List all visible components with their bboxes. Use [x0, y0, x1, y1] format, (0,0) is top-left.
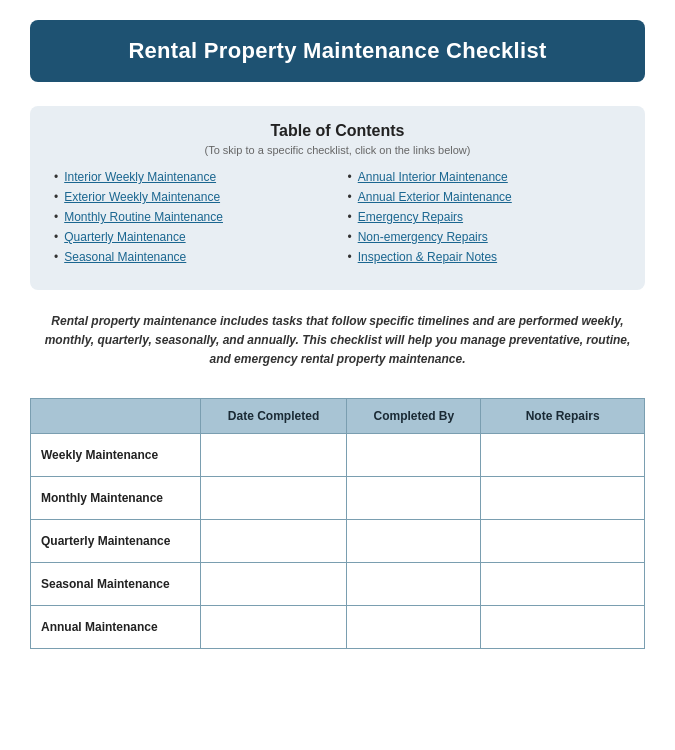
- row-label-weekly: Weekly Maintenance: [31, 433, 201, 476]
- row-by-annual[interactable]: [347, 605, 481, 648]
- maintenance-table: Date Completed Completed By Note Repairs…: [30, 398, 645, 649]
- header-banner: Rental Property Maintenance Checklist: [30, 20, 645, 82]
- table-row: Annual Maintenance: [31, 605, 645, 648]
- row-label-seasonal: Seasonal Maintenance: [31, 562, 201, 605]
- toc-link[interactable]: Seasonal Maintenance: [64, 250, 186, 264]
- toc-link[interactable]: Monthly Routine Maintenance: [64, 210, 223, 224]
- toc-left-column: Interior Weekly Maintenance Exterior Wee…: [54, 170, 328, 270]
- toc-link[interactable]: Non-emergency Repairs: [358, 230, 488, 244]
- toc-item[interactable]: Emergency Repairs: [348, 210, 622, 224]
- row-date-monthly[interactable]: [200, 476, 347, 519]
- row-note-quarterly[interactable]: [481, 519, 645, 562]
- toc-item[interactable]: Quarterly Maintenance: [54, 230, 328, 244]
- row-date-weekly[interactable]: [200, 433, 347, 476]
- table-row: Quarterly Maintenance: [31, 519, 645, 562]
- toc-subtitle: (To skip to a specific checklist, click …: [54, 144, 621, 156]
- row-date-quarterly[interactable]: [200, 519, 347, 562]
- toc-columns: Interior Weekly Maintenance Exterior Wee…: [54, 170, 621, 270]
- col-header-label: [31, 398, 201, 433]
- toc-box: Table of Contents (To skip to a specific…: [30, 106, 645, 290]
- description-text: Rental property maintenance includes tas…: [30, 312, 645, 370]
- row-label-monthly: Monthly Maintenance: [31, 476, 201, 519]
- table-row: Weekly Maintenance: [31, 433, 645, 476]
- toc-link[interactable]: Annual Exterior Maintenance: [358, 190, 512, 204]
- toc-title: Table of Contents: [54, 122, 621, 140]
- toc-link[interactable]: Annual Interior Maintenance: [358, 170, 508, 184]
- row-label-annual: Annual Maintenance: [31, 605, 201, 648]
- row-by-monthly[interactable]: [347, 476, 481, 519]
- table-row: Monthly Maintenance: [31, 476, 645, 519]
- row-by-weekly[interactable]: [347, 433, 481, 476]
- toc-link[interactable]: Quarterly Maintenance: [64, 230, 185, 244]
- row-label-quarterly: Quarterly Maintenance: [31, 519, 201, 562]
- toc-item[interactable]: Non-emergency Repairs: [348, 230, 622, 244]
- toc-item[interactable]: Interior Weekly Maintenance: [54, 170, 328, 184]
- page-title: Rental Property Maintenance Checklist: [60, 38, 615, 64]
- table-header-row: Date Completed Completed By Note Repairs: [31, 398, 645, 433]
- col-header-by: Completed By: [347, 398, 481, 433]
- col-header-date: Date Completed: [200, 398, 347, 433]
- toc-right-column: Annual Interior Maintenance Annual Exter…: [348, 170, 622, 270]
- row-date-seasonal[interactable]: [200, 562, 347, 605]
- row-note-monthly[interactable]: [481, 476, 645, 519]
- row-by-seasonal[interactable]: [347, 562, 481, 605]
- row-note-annual[interactable]: [481, 605, 645, 648]
- col-header-note: Note Repairs: [481, 398, 645, 433]
- toc-item[interactable]: Seasonal Maintenance: [54, 250, 328, 264]
- toc-item[interactable]: Exterior Weekly Maintenance: [54, 190, 328, 204]
- row-by-quarterly[interactable]: [347, 519, 481, 562]
- toc-link[interactable]: Inspection & Repair Notes: [358, 250, 497, 264]
- toc-link[interactable]: Emergency Repairs: [358, 210, 463, 224]
- toc-item[interactable]: Inspection & Repair Notes: [348, 250, 622, 264]
- row-note-weekly[interactable]: [481, 433, 645, 476]
- toc-item[interactable]: Annual Exterior Maintenance: [348, 190, 622, 204]
- row-note-seasonal[interactable]: [481, 562, 645, 605]
- toc-item[interactable]: Monthly Routine Maintenance: [54, 210, 328, 224]
- toc-item[interactable]: Annual Interior Maintenance: [348, 170, 622, 184]
- toc-link[interactable]: Interior Weekly Maintenance: [64, 170, 216, 184]
- row-date-annual[interactable]: [200, 605, 347, 648]
- table-row: Seasonal Maintenance: [31, 562, 645, 605]
- toc-link[interactable]: Exterior Weekly Maintenance: [64, 190, 220, 204]
